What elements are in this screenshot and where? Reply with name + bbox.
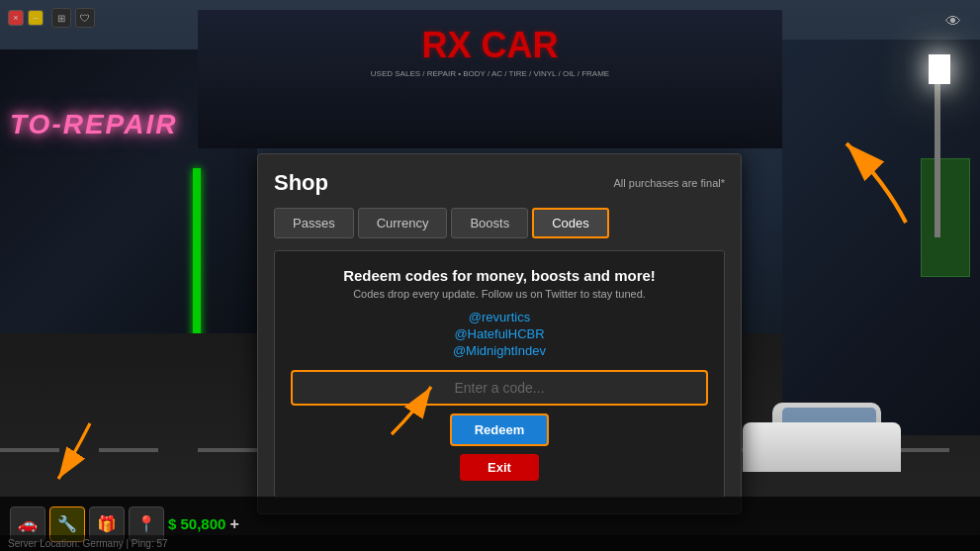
code-input[interactable] xyxy=(293,372,706,404)
final-notice: All purchases are final* xyxy=(613,177,725,189)
car-body xyxy=(743,422,901,472)
currency-add-button[interactable]: + xyxy=(229,515,238,533)
eye-icon[interactable]: 👁 xyxy=(941,10,965,34)
server-info-text: Server Location: Germany | Ping: 57 xyxy=(8,538,168,549)
redeem-title: Redeem codes for money, boosts and more! xyxy=(291,267,708,284)
shield-icon[interactable]: 🛡 xyxy=(75,8,95,28)
twitter-handle-2[interactable]: @HatefulHCBR xyxy=(291,326,708,341)
exit-button[interactable]: Exit xyxy=(460,454,539,481)
arrow-bottom-indicator xyxy=(35,415,114,495)
currency-display: $ 50,800 + xyxy=(168,515,239,533)
top-icons: ⊞ 🛡 xyxy=(51,8,95,28)
green-stripe xyxy=(193,168,201,346)
tab-boosts[interactable]: Boosts xyxy=(451,208,528,238)
grid-icon[interactable]: ⊞ xyxy=(51,8,71,28)
redeem-button[interactable]: Redeem xyxy=(450,413,549,446)
shop-tabs: Passes Currency Boosts Codes xyxy=(274,208,725,238)
code-input-wrapper xyxy=(291,370,708,406)
shop-modal: Shop All purchases are final* Passes Cur… xyxy=(257,153,742,514)
redeem-subtitle: Codes drop every update. Follow us on Tw… xyxy=(291,288,708,300)
neon-sign: TO-REPAIR xyxy=(10,109,177,140)
window-controls: × – ⊞ 🛡 xyxy=(8,8,95,28)
tab-codes[interactable]: Codes xyxy=(532,208,609,238)
close-button[interactable]: × xyxy=(8,10,24,26)
shop-header: Shop All purchases are final* xyxy=(274,170,725,196)
rx-subtitle: USED SALES / REPAIR • BODY / AC / TIRE /… xyxy=(371,69,609,78)
arrow-redeem-indicator xyxy=(376,371,455,450)
shop-title: Shop xyxy=(274,170,328,196)
twitter-handles: @revurtics @HatefulHCBR @MidnightIndev xyxy=(291,310,708,358)
rx-car-sign: RX CAR xyxy=(421,25,558,66)
green-box xyxy=(921,158,970,277)
building-right xyxy=(782,40,980,435)
server-info: Server Location: Germany | Ping: 57 xyxy=(0,535,980,551)
tab-passes[interactable]: Passes xyxy=(274,208,354,238)
white-car xyxy=(743,393,901,472)
shop-content: Redeem codes for money, boosts and more!… xyxy=(274,250,725,498)
street-light-pole xyxy=(935,59,940,237)
minimize-button[interactable]: – xyxy=(28,10,44,26)
arrow-codes-indicator xyxy=(827,134,926,232)
street-light-head xyxy=(929,54,950,84)
currency-value: $ 50,800 xyxy=(168,515,225,532)
twitter-handle-3[interactable]: @MidnightIndev xyxy=(291,343,708,358)
twitter-handle-1[interactable]: @revurtics xyxy=(291,310,708,324)
tab-currency[interactable]: Currency xyxy=(358,208,448,238)
rx-car-area: RX CAR USED SALES / REPAIR • BODY / AC /… xyxy=(198,10,782,148)
